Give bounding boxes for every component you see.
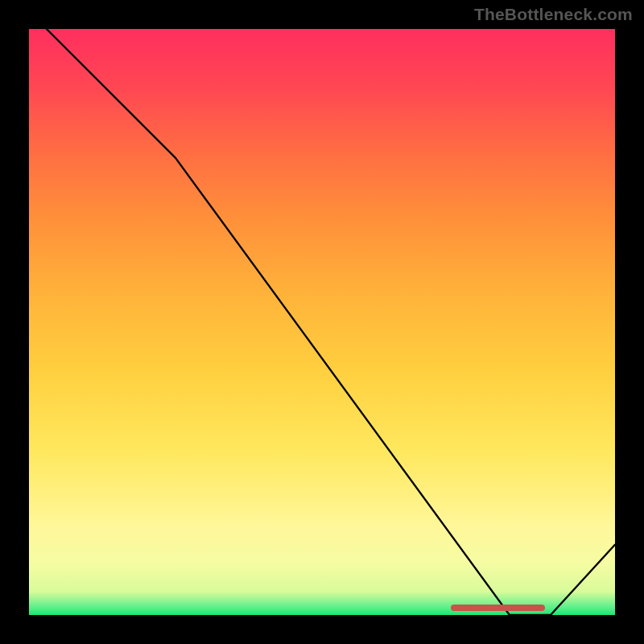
- chart-plot-area: [29, 29, 615, 615]
- watermark-text: TheBottleneck.com: [474, 5, 633, 24]
- valley-marker: [451, 605, 544, 611]
- chart-line: [29, 29, 615, 615]
